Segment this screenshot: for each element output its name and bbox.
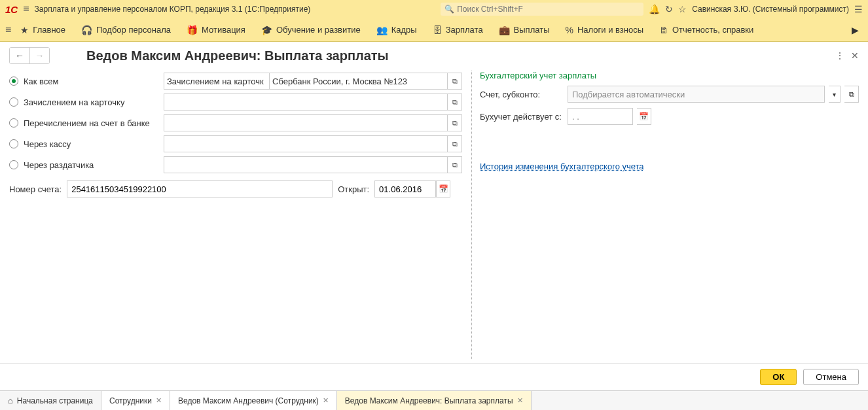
people-icon: 👥 <box>376 25 388 35</box>
card-field[interactable] <box>164 94 448 111</box>
nav-taxes[interactable]: %Налоги и взносы <box>559 21 651 39</box>
nav-kadry[interactable]: 👥Кадры <box>370 21 424 39</box>
radio-row-all: Как всем Зачислением на карточк Сбербанк… <box>9 71 467 92</box>
back-button[interactable]: ← <box>10 48 29 63</box>
tabsbar: ⌂ Начальная страница Сотрудники ✕ Ведов … <box>0 390 868 410</box>
navbar: ≡ ★Главное 🎧Подбор персонала 🎁Мотивация … <box>0 18 868 42</box>
radio-cash[interactable]: Через кассу <box>9 139 158 149</box>
bell-icon[interactable]: 🔔 <box>649 4 660 14</box>
report-icon: 🗎 <box>659 25 668 35</box>
radio-row-bank: Перечислением на счет в банке ⧉ <box>9 112 467 133</box>
search-box[interactable]: 🔍 <box>441 3 643 16</box>
close-icon[interactable]: ✕ <box>517 396 523 405</box>
open-ext-button[interactable]: ⧉ <box>448 94 462 111</box>
account-label: Номер счета: <box>9 184 62 194</box>
radio-all[interactable]: Как всем <box>9 77 158 86</box>
home-icon: ⌂ <box>8 396 13 405</box>
opened-date-input[interactable] <box>374 180 436 197</box>
calendar-icon[interactable]: 📅 <box>436 180 450 197</box>
nav-recruit[interactable]: 🎧Подбор персонала <box>75 21 177 39</box>
radio-icon <box>9 97 18 107</box>
settings-icon[interactable]: ☰ <box>854 4 863 14</box>
tab-home[interactable]: ⌂ Начальная страница <box>0 391 101 410</box>
form-left: Как всем Зачислением на карточк Сбербанк… <box>9 71 467 359</box>
tab-label: Ведов Максим Андреевич: Выплата зарплаты <box>345 396 513 405</box>
account-subconto-field[interactable]: Подбирается автоматически <box>568 86 825 103</box>
nav-menu-icon[interactable]: ≡ <box>5 24 11 36</box>
bank-field[interactable]: Сбербанк России, г. Москва №123 <box>270 73 448 90</box>
forward-button[interactable]: → <box>29 48 49 63</box>
account-row: Номер счета: Открыт: 📅 <box>9 180 467 197</box>
radio-card[interactable]: Зачислением на карточку <box>9 97 158 107</box>
nav-label: Отчетность, справки <box>672 25 753 35</box>
close-icon[interactable]: ✕ <box>323 396 329 405</box>
nav-main[interactable]: ★Главное <box>14 21 72 39</box>
tab-label: Ведов Максим Андреевич (Сотрудник) <box>178 396 319 405</box>
nav-label: Налоги и взносы <box>577 25 643 35</box>
radio-label-text: Через кассу <box>24 139 71 149</box>
nav-learning[interactable]: 🎓Обучение и развитие <box>255 21 367 39</box>
open-ext-button[interactable]: ⧉ <box>448 156 462 173</box>
footer: ОК Отмена <box>0 363 868 390</box>
calendar-icon[interactable]: 📅 <box>637 108 651 125</box>
app-title: Зарплата и управление персоналом КОРП, р… <box>35 5 311 14</box>
radio-label-text: Перечислением на счет в банке <box>24 118 150 128</box>
user-label: Савинская З.Ю. (Системный программист) <box>692 5 849 14</box>
radio-label-text: Как всем <box>24 77 59 86</box>
radio-label-text: Через раздатчика <box>24 160 94 170</box>
bank-field[interactable] <box>164 114 448 131</box>
ok-button[interactable]: ОК <box>760 369 797 385</box>
since-date-field[interactable]: . . <box>568 108 633 125</box>
tab-payout[interactable]: Ведов Максим Андреевич: Выплата зарплаты… <box>337 391 532 410</box>
open-ext-button[interactable]: ⧉ <box>448 135 462 152</box>
tab-label: Начальная страница <box>17 396 93 405</box>
account-subconto-row: Счет, субконто: Подбирается автоматическ… <box>480 86 859 103</box>
page-header: ← → Ведов Максим Андреевич: Выплата зарп… <box>0 42 868 67</box>
close-icon[interactable]: ✕ <box>851 50 859 61</box>
headset-icon: 🎧 <box>81 25 92 35</box>
nav-motivation[interactable]: 🎁Мотивация <box>180 21 252 39</box>
method-field[interactable]: Зачислением на карточк <box>164 73 270 90</box>
calc-icon: 🗄 <box>433 25 442 35</box>
history-link[interactable]: История изменения бухгалтерского учета <box>480 162 644 171</box>
open-ext-button[interactable]: ⧉ <box>844 86 859 103</box>
logo-1c: 1С <box>5 4 18 15</box>
nav-label: Мотивация <box>202 25 245 35</box>
account-input[interactable] <box>67 180 333 197</box>
star-icon[interactable]: ☆ <box>678 4 687 14</box>
search-input[interactable] <box>457 5 640 14</box>
close-icon[interactable]: ✕ <box>156 396 162 405</box>
tab-employee-card[interactable]: Ведов Максим Андреевич (Сотрудник) ✕ <box>170 391 337 410</box>
nav-label: Обучение и развитие <box>276 25 361 35</box>
nav-label: Зарплата <box>446 25 483 35</box>
row4-fields: ⧉ <box>164 156 462 173</box>
distributor-field[interactable] <box>164 156 448 173</box>
since-label: Бухучет действует с: <box>480 112 564 122</box>
gift-icon: 🎁 <box>187 25 198 35</box>
radio-bank[interactable]: Перечислением на счет в банке <box>9 118 158 128</box>
open-ext-button[interactable]: ⧉ <box>448 73 462 90</box>
dropdown-icon[interactable]: ▾ <box>829 86 841 103</box>
form-right: Бухгалтерский учет зарплаты Счет, субкон… <box>471 71 859 359</box>
row1-fields: ⧉ <box>164 94 462 111</box>
tab-employees[interactable]: Сотрудники ✕ <box>101 391 170 410</box>
since-row: Бухучет действует с: . . 📅 <box>480 108 859 125</box>
nav-label: Кадры <box>391 25 417 35</box>
history-icon[interactable]: ↻ <box>665 4 673 14</box>
nav-reports[interactable]: 🗎Отчетность, справки <box>653 21 760 39</box>
cash-field[interactable] <box>164 135 448 152</box>
radio-distributor[interactable]: Через раздатчика <box>9 160 158 170</box>
radio-label-text: Зачислением на карточку <box>24 97 124 107</box>
star-icon: ★ <box>20 25 29 35</box>
percent-icon: % <box>566 25 573 35</box>
cancel-button[interactable]: Отмена <box>803 369 859 385</box>
titlebar: 1С ≡ Зарплата и управление персоналом КО… <box>0 0 868 18</box>
row2-fields: ⧉ <box>164 114 462 131</box>
page-title: Ведов Максим Андреевич: Выплата зарплаты <box>86 48 825 63</box>
nav-more-icon[interactable]: ▶ <box>848 21 863 39</box>
more-icon[interactable]: ⋮ <box>835 50 844 61</box>
menu-icon[interactable]: ≡ <box>23 3 29 15</box>
open-ext-button[interactable]: ⧉ <box>448 114 462 131</box>
nav-salary[interactable]: 🗄Зарплата <box>426 21 490 39</box>
nav-payouts[interactable]: 💼Выплаты <box>492 21 556 39</box>
